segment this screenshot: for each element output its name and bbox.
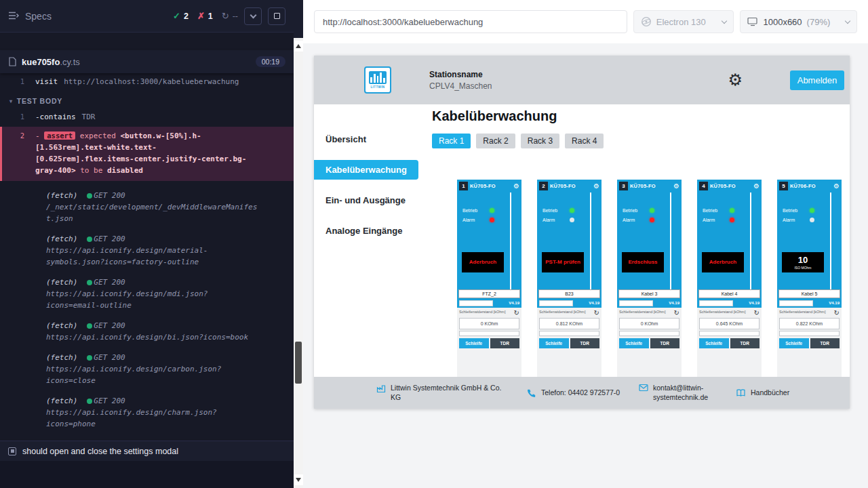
- rack-tabs: Rack 1 Rack 2 Rack 3 Rack 4: [432, 134, 850, 148]
- test-body-section[interactable]: ▾ TEST BODY: [0, 96, 294, 107]
- sidebar-item-uebersicht[interactable]: Übersicht: [314, 129, 421, 149]
- network-log-entry[interactable]: (fetch)GET 200 /_next/static/development…: [46, 190, 260, 224]
- faceplate-divider: [830, 192, 831, 289]
- gear-icon[interactable]: ⚙: [593, 183, 599, 190]
- device-model: KÜ705-FO: [630, 183, 656, 189]
- test-stats: ✓2 ✗1 ↻--: [173, 11, 238, 21]
- contains-command[interactable]: 1 -contains TDR: [0, 111, 294, 123]
- refresh-icon[interactable]: ↻: [674, 310, 679, 317]
- visit-command[interactable]: 1 visit http://localhost:3000/kabelueber…: [0, 76, 294, 87]
- resistance-label: Schleifenwiderstand [kOhm]: [459, 310, 508, 314]
- page-title: Kabelüberwachung: [432, 108, 850, 124]
- schleife-button[interactable]: Schleife: [459, 338, 489, 348]
- app-sidebar: Übersicht Kabelüberwachung Ein- und Ausg…: [314, 104, 421, 409]
- gear-icon[interactable]: ⚙: [753, 183, 760, 190]
- assert-badge: assert: [44, 131, 75, 140]
- tdr-button[interactable]: TDR: [570, 338, 600, 348]
- gear-icon[interactable]: ⚙: [833, 183, 840, 190]
- network-log-entry[interactable]: (fetch)GET 200 https://api.iconify.desig…: [46, 277, 260, 311]
- scroll-down-arrow[interactable]: [294, 474, 303, 485]
- refresh-icon[interactable]: ↻: [594, 310, 599, 317]
- factory-icon: [376, 384, 386, 393]
- gear-icon[interactable]: ⚙: [673, 183, 679, 190]
- network-log-entry[interactable]: (fetch)GET 200 https://api.iconify.desig…: [46, 233, 260, 268]
- tdr-button[interactable]: TDR: [810, 338, 840, 348]
- tab-rack-2[interactable]: Rack 2: [476, 134, 515, 148]
- cable-name: Kabel 5: [778, 289, 840, 298]
- secondary-value-box: [619, 331, 679, 336]
- pending-count: ↻--: [222, 11, 238, 21]
- alarm-label: Alarm: [462, 218, 483, 222]
- betrieb-led: [730, 208, 734, 213]
- tdr-button[interactable]: TDR: [730, 338, 760, 348]
- viewport-select[interactable]: 1000x660 (79%): [740, 10, 857, 33]
- resistance-value: 0.812 KOhm: [539, 318, 599, 329]
- failed-assert[interactable]: 2 - assert expected <button.w-[50%].h-[1…: [0, 127, 294, 181]
- firmware-version: V4.19: [749, 301, 760, 305]
- settings-gear-icon[interactable]: ⚙: [728, 72, 743, 88]
- slot-number: 5: [779, 182, 788, 190]
- network-log-entry[interactable]: (fetch)GET 200 https://api.iconify.desig…: [46, 320, 260, 343]
- stopped-test-icon: [8, 447, 16, 455]
- status-dot: [87, 323, 92, 329]
- schleife-button[interactable]: Schleife: [699, 338, 729, 348]
- device-card: 5 KÜ706-FO ⚙ Betrieb Alarm 10 ISO MOhm: [777, 180, 842, 378]
- specs-label: Specs: [25, 11, 52, 22]
- chevron-down-icon: ▾: [9, 96, 13, 107]
- status-dot: [87, 237, 92, 242]
- footer-manuals[interactable]: Handbücher: [736, 388, 789, 398]
- sidebar-item-analoge-eingaenge[interactable]: Analoge Eingänge: [314, 221, 421, 241]
- tdr-button[interactable]: TDR: [490, 338, 520, 348]
- resistance-value: 0 KOhm: [459, 318, 519, 329]
- refresh-icon[interactable]: ↻: [514, 310, 519, 317]
- network-log-entry[interactable]: (fetch)GET 200 https://api.iconify.desig…: [46, 352, 260, 386]
- next-test-row[interactable]: should open and close the settings modal: [0, 441, 294, 461]
- email-icon: [639, 384, 648, 392]
- sidebar-item-ein-und-ausgaenge[interactable]: Ein- und Ausgänge: [314, 190, 421, 210]
- collapse-button[interactable]: [244, 7, 262, 25]
- scrollbar-header-fill: [294, 0, 303, 38]
- schleife-button[interactable]: Schleife: [779, 338, 809, 348]
- resistance-value: 0.645 KOhm: [699, 318, 760, 329]
- spec-bar[interactable]: kue705fo.cy.ts 00:19: [0, 50, 294, 73]
- aut-stage: Electron 130 1000x660 (79%) LITTWIN Stat…: [303, 0, 868, 488]
- logout-button[interactable]: Abmelden: [790, 70, 844, 90]
- alarm-label: Alarm: [703, 218, 723, 222]
- firmware-version: V4.19: [589, 301, 599, 305]
- refresh-icon[interactable]: ↻: [754, 310, 760, 317]
- app-body: Übersicht Kabelüberwachung Ein- und Ausg…: [314, 104, 850, 409]
- schleife-button[interactable]: Schleife: [539, 338, 569, 348]
- reporter-scrollbar[interactable]: [294, 38, 303, 488]
- device-cards: 1 KÜ705-FO ⚙ Betrieb Alarm Aderbruch FTZ…: [457, 180, 850, 378]
- refresh-icon[interactable]: ↻: [834, 310, 840, 317]
- browser-select[interactable]: Electron 130: [633, 10, 734, 33]
- phone-icon: [527, 388, 536, 398]
- tab-rack-4[interactable]: Rack 4: [565, 134, 604, 148]
- alarm-led: [810, 218, 814, 222]
- tab-rack-1[interactable]: Rack 1: [432, 134, 471, 148]
- alarm-label: Alarm: [783, 218, 803, 222]
- app-under-test: LITTWIN Stationsname CPLV4_Maschen ⚙ Abm…: [314, 56, 850, 409]
- stop-button[interactable]: [268, 7, 285, 25]
- footer-email[interactable]: kontakt@littwin-systemtechnik.de: [639, 384, 718, 402]
- app-footer: Littwin Systemtechnik GmbH & Co. KG Tele…: [314, 377, 850, 409]
- specs-menu-icon[interactable]: [8, 10, 19, 22]
- scrollbar-thumb[interactable]: [295, 342, 302, 384]
- network-log-entry[interactable]: (fetch)GET 200 https://api.iconify.desig…: [46, 395, 260, 430]
- file-icon: [8, 57, 16, 66]
- gear-icon[interactable]: ⚙: [513, 183, 519, 190]
- scroll-up-arrow[interactable]: [294, 41, 303, 52]
- url-input[interactable]: [314, 10, 627, 33]
- tab-rack-3[interactable]: Rack 3: [521, 134, 559, 148]
- chevron-down-icon: [722, 18, 727, 24]
- device-model: KÜ706-FO: [790, 183, 816, 189]
- faceplate-slot: [699, 300, 733, 306]
- resistance-label: Schleifenwiderstand [kOhm]: [779, 310, 828, 314]
- alarm-label: Alarm: [623, 218, 643, 222]
- tdr-button[interactable]: TDR: [650, 338, 680, 348]
- sidebar-item-kabelueberwachung[interactable]: Kabelüberwachung: [314, 160, 418, 180]
- betrieb-label: Betrieb: [462, 208, 483, 213]
- slot-number: 3: [619, 182, 628, 190]
- betrieb-label: Betrieb: [623, 208, 643, 213]
- schleife-button[interactable]: Schleife: [619, 338, 649, 348]
